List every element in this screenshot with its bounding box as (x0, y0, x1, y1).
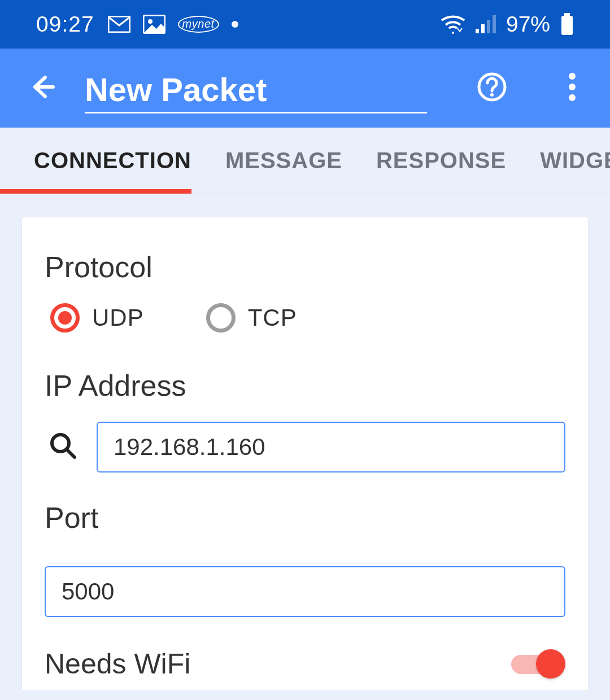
needs-wifi-toggle[interactable] (511, 649, 565, 679)
protocol-label: Protocol (45, 250, 565, 284)
svg-rect-6 (493, 15, 496, 33)
signal-icon (476, 15, 496, 33)
notification-dot-icon (232, 21, 238, 28)
radio-label: UDP (92, 304, 144, 331)
svg-point-13 (569, 84, 576, 90)
tab-bar: CONNECTION MESSAGE RESPONSE WIDGET S (0, 128, 610, 194)
status-bar: 09:27 mynet 97% (0, 0, 610, 49)
back-button[interactable] (23, 68, 62, 108)
page-title-wrap[interactable]: New Packet (85, 63, 427, 113)
back-arrow-icon (28, 73, 56, 103)
svg-rect-3 (476, 29, 479, 33)
ip-label: IP Address (45, 369, 565, 403)
search-ip-button[interactable] (45, 428, 82, 466)
svg-point-12 (569, 73, 576, 80)
carrier-icon: mynet (178, 16, 219, 33)
radio-label: TCP (248, 304, 297, 331)
page-title: New Packet (85, 63, 427, 113)
svg-rect-4 (481, 24, 485, 33)
connection-card: Protocol UDP TCP IP Address Port (21, 217, 589, 691)
status-icons-left: mynet (108, 15, 238, 34)
ip-input-row (45, 422, 565, 473)
svg-point-11 (490, 93, 494, 97)
more-vert-icon (568, 72, 576, 104)
overflow-menu-button[interactable] (556, 68, 589, 108)
search-icon (49, 431, 78, 463)
ip-section: IP Address (45, 369, 565, 473)
toggle-knob-icon (536, 649, 565, 679)
needs-wifi-row: Needs WiFi (45, 648, 565, 690)
tab-message[interactable]: MESSAGE (208, 128, 359, 194)
tab-widget[interactable]: WIDGET (523, 128, 610, 194)
port-label: Port (45, 501, 565, 535)
ip-input[interactable] (97, 422, 565, 473)
image-icon (143, 15, 165, 34)
mail-icon (108, 16, 130, 33)
tab-label: MESSAGE (225, 148, 342, 173)
tab-connection[interactable]: CONNECTION (17, 128, 208, 194)
protocol-section: Protocol UDP TCP (45, 250, 565, 333)
svg-rect-7 (564, 13, 570, 16)
status-left: 09:27 mynet (36, 12, 238, 37)
radio-icon (206, 303, 236, 333)
help-icon (477, 72, 507, 104)
svg-rect-8 (561, 16, 573, 35)
port-input[interactable] (45, 566, 565, 617)
tab-label: RESPONSE (376, 148, 506, 173)
status-right: 97% (441, 12, 574, 37)
svg-rect-5 (487, 20, 490, 33)
tab-label: CONNECTION (34, 148, 191, 173)
radio-icon (50, 303, 80, 333)
status-time: 09:27 (36, 12, 94, 37)
radio-tcp[interactable]: TCP (206, 303, 297, 333)
needs-wifi-label: Needs WiFi (45, 648, 190, 680)
help-button[interactable] (472, 68, 512, 108)
radio-udp[interactable]: UDP (50, 303, 144, 333)
svg-line-16 (67, 449, 75, 457)
protocol-radio-group: UDP TCP (45, 303, 565, 333)
battery-percentage: 97% (506, 12, 550, 37)
svg-point-14 (569, 94, 576, 101)
tab-label: WIDGET (540, 148, 610, 173)
wifi-icon (441, 15, 465, 34)
port-section: Port (45, 501, 565, 617)
tab-response[interactable]: RESPONSE (359, 128, 523, 194)
svg-point-2 (148, 19, 152, 24)
battery-icon (560, 13, 574, 36)
app-bar: New Packet (0, 49, 610, 128)
